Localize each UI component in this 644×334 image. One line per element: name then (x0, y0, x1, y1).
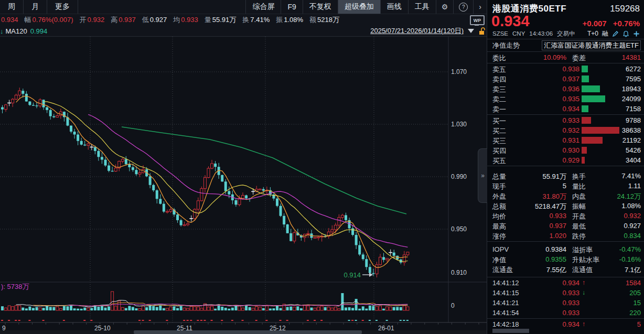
bid-row[interactable]: 买一0.9339788 (487, 115, 644, 125)
header-stat-1: 幅0.76%(0.007) (25, 15, 73, 25)
tick-price: 0.933 (562, 289, 579, 297)
ask-depth-bar (582, 76, 589, 82)
stat-row-2-label-2: 内盘 (572, 192, 586, 201)
stat-row-5-value-2: 0.927 (624, 222, 641, 230)
ma-label: MA120 (6, 27, 27, 35)
tick-price: 0.933 (562, 299, 579, 307)
alert-bell-icon[interactable] (622, 30, 629, 37)
header-stat-7: 换7.41% (242, 15, 270, 25)
menu-item-超级叠加[interactable]: 超级叠加 (338, 0, 380, 14)
ask-row[interactable]: 卖四0.9377595 (487, 74, 644, 84)
period-tab-周[interactable]: 周 (0, 0, 24, 14)
ask-price: 0.937 (562, 75, 579, 83)
quote-panel: 港股通消费50ETF 159268 0.934 +0.007 +0.76% SZ… (487, 0, 644, 334)
iopv-row-2: 流通盘7.55亿流通值7.1亿 (487, 264, 644, 274)
ma-value: 0.994 (30, 27, 48, 35)
ask-depth-bar (582, 95, 605, 102)
nav-trend-row[interactable]: 净值走势 汇添富国证港股通消费主题ETF (487, 40, 644, 51)
header-stat-value: 0.76%(0.007) (33, 16, 73, 24)
tick-time: 14:42:18 (492, 320, 519, 328)
ask-row[interactable]: 卖一0.9347158 (487, 104, 644, 114)
tick-row-2: 14:41:210.93315 (487, 298, 644, 308)
bid-row[interactable]: 买二0.93238638 (487, 125, 644, 135)
tick-price: 0.933 (562, 309, 579, 317)
bid-price: 0.933 (562, 116, 579, 124)
iopv-row-2-label-2: 流通值 (572, 265, 593, 275)
header-stat-9: 额5218万 (309, 15, 339, 25)
header-stat-label: 高 (111, 16, 117, 24)
kline-chart-svg[interactable]: 1.0701.0300.9900.9500.910925-1025-1125-1… (0, 37, 487, 334)
commission-ratio-label-2: 委差 (572, 53, 586, 63)
period-tab-月[interactable]: 月 (23, 0, 47, 14)
bid-level-label: 买四 (492, 146, 506, 156)
header-stat-3: 高0.937 (111, 15, 136, 25)
chart-header: 周月更多 综合屏F9不复权超级叠加画线工具⚙?› 0.934幅0.76%(0.0… (0, 0, 487, 37)
bid-level-label: 买五 (492, 156, 506, 166)
stat-row-6-value-2: 0.834 (624, 232, 641, 240)
iopv-row-1-label-2: 升贴水率 (572, 255, 599, 265)
settings-gear-icon[interactable]: ⚙ (436, 0, 454, 14)
tick-row-0: 14:41:120.934↑1584 (487, 278, 644, 288)
stat-row-0-label-2: 换手 (572, 172, 586, 181)
bid-depth-bar (582, 147, 587, 154)
edit-icon[interactable] (612, 30, 619, 37)
ask-row[interactable]: 卖三0.93618943 (487, 84, 644, 94)
t0-badge: T+0 (587, 30, 598, 37)
header-stat-label: 额 (309, 16, 316, 24)
instrument-code: 159268 (610, 4, 640, 14)
menu-item-工具[interactable]: 工具 (408, 0, 436, 14)
panel-collapse-handle[interactable]: » (478, 148, 487, 203)
tick-time: 14:41:21 (492, 299, 519, 307)
stat-row-2-value-2: 24.12万 (617, 192, 641, 201)
help-icon[interactable]: ? (453, 0, 473, 14)
header-stat-4: 低0.927 (142, 15, 167, 25)
menu-item-不复权[interactable]: 不复权 (303, 0, 338, 14)
wp-monitor-icon: WP (470, 15, 485, 25)
chart-scrollbar-thumb[interactable] (134, 330, 362, 334)
commission-ratio: 委比10.09%委差14381 (487, 52, 644, 62)
ask-row[interactable]: 卖二0.93524099 (487, 94, 644, 104)
bid-row[interactable]: 买三0.93121192 (487, 135, 644, 145)
ask-price: 0.938 (562, 65, 579, 73)
bid-price: 0.932 (562, 126, 579, 134)
stat-row-4-label-2: 开盘 (572, 212, 586, 221)
tick-row-4: 14:42:180.934↑5 (487, 319, 644, 329)
tick-qty: 5 (637, 320, 641, 328)
iopv-row-2-value-2: 7.1亿 (625, 265, 641, 275)
date-range-dropdown-icon[interactable] (468, 29, 474, 33)
iopv-grid: IOPV0.9384溢折率-0.47%净值0.9355升贴水率-0.16%流通盘… (487, 244, 644, 274)
add-icon[interactable] (633, 30, 640, 37)
bid-row[interactable]: 买四0.9305426 (487, 145, 644, 155)
toolbar-menu: 综合屏F9不复权超级叠加画线工具⚙?› (245, 0, 487, 14)
stat-row-1: 现手5量比1.11 (487, 181, 644, 191)
iopv-row-1-label-1: 净值 (492, 255, 506, 265)
bid-depth-bar (582, 127, 619, 134)
unlock-icon[interactable] (479, 27, 486, 35)
stat-row-5-label-2: 最低 (572, 222, 586, 231)
bid-qty: 5426 (626, 146, 641, 154)
panel-footer-handle[interactable] (492, 329, 529, 333)
ask-row[interactable]: 卖五0.9386272 (487, 64, 644, 74)
chevron-right-icon[interactable]: › (473, 0, 487, 14)
indicator-row: ↓ MA120 0.994 2025/07/21-2026/01/14(120日… (0, 25, 487, 37)
tick-qty: 1584 (626, 279, 641, 287)
ask-level-label: 卖五 (492, 65, 506, 74)
kline-chart-area[interactable]: 1.0701.0300.9900.9500.910925-1025-1125-1… (0, 37, 487, 334)
date-range[interactable]: 2025/07/21-2026/01/14(120日) (370, 26, 464, 36)
iopv-row-1: 净值0.9355升贴水率-0.16% (487, 254, 644, 264)
stat-row-3-label-1: 总额 (492, 202, 506, 211)
header-stat-label: 均 (173, 16, 180, 24)
header-stat-2: 开0.932 (80, 15, 105, 25)
tick-qty: 15 (634, 299, 641, 307)
quote-time: 14:43:06 (529, 30, 553, 37)
bid-row[interactable]: 买五0.9293404 (487, 155, 644, 165)
header-stat-value: 5218万 (317, 16, 339, 24)
iopv-row-1-value-1: 0.9355 (545, 255, 566, 263)
stat-row-3-value-1: 5218.47万 (535, 202, 566, 211)
stat-row-2-value-1: 31.80万 (542, 192, 566, 201)
menu-item-画线[interactable]: 画线 (380, 0, 408, 14)
header-stat-label: 开 (80, 16, 87, 24)
period-tab-更多[interactable]: 更多 (47, 0, 78, 14)
menu-item-F9[interactable]: F9 (281, 0, 302, 14)
menu-item-综合屏[interactable]: 综合屏 (245, 0, 281, 14)
